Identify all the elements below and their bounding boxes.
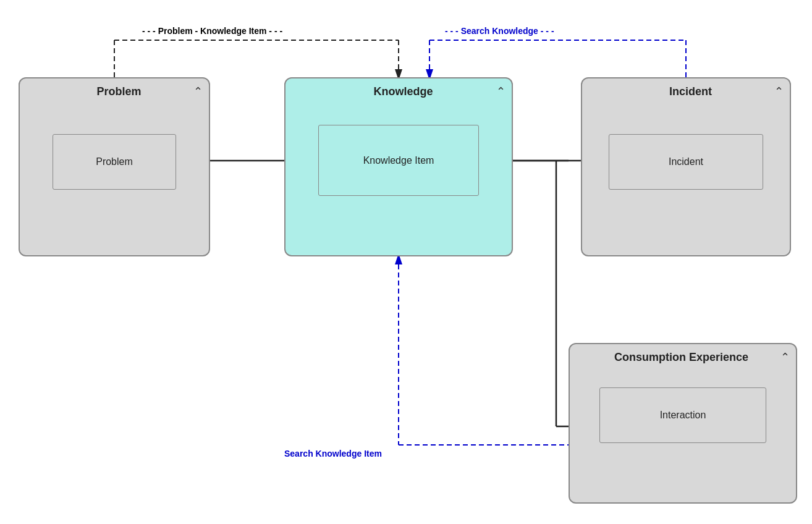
search-knowledge-label: - - - Search Knowledge - - - [445, 26, 554, 36]
problem-package-title: Problem [44, 85, 193, 98]
knowledge-package: Knowledge ⌃ Knowledge Item [284, 77, 513, 256]
knowledge-chevron-icon: ⌃ [496, 85, 505, 98]
interaction-class: Interaction [599, 387, 766, 443]
knowledge-package-header: Knowledge ⌃ [292, 85, 505, 98]
incident-package: Incident ⌃ Incident [581, 77, 791, 256]
consumption-package-title: Consumption Experience [582, 351, 780, 364]
problem-package-header: Problem ⌃ [26, 85, 203, 98]
knowledge-item-class: Knowledge Item [318, 125, 479, 196]
knowledge-item-class-label: Knowledge Item [363, 155, 434, 166]
search-knowledge-item-label: Search Knowledge Item [284, 449, 382, 458]
interaction-class-label: Interaction [660, 410, 706, 421]
consumption-package: Consumption Experience ⌃ Interaction [569, 343, 797, 504]
problem-class-label: Problem [96, 156, 133, 167]
problem-package: Problem ⌃ Problem [19, 77, 210, 256]
problem-class: Problem [53, 134, 176, 190]
incident-package-title: Incident [607, 85, 774, 98]
incident-chevron-icon: ⌃ [774, 85, 784, 98]
knowledge-package-title: Knowledge [310, 85, 496, 98]
consumption-chevron-icon: ⌃ [780, 350, 790, 364]
incident-package-header: Incident ⌃ [588, 85, 784, 98]
problem-knowledge-label: - - - Problem - Knowledge Item - - - [142, 26, 282, 36]
diagram-canvas: - - - Problem - Knowledge Item - - - - -… [0, 0, 812, 524]
problem-chevron-icon: ⌃ [193, 85, 203, 98]
incident-class: Incident [609, 134, 763, 190]
consumption-package-header: Consumption Experience ⌃ [576, 350, 790, 364]
incident-class-label: Incident [669, 156, 703, 167]
